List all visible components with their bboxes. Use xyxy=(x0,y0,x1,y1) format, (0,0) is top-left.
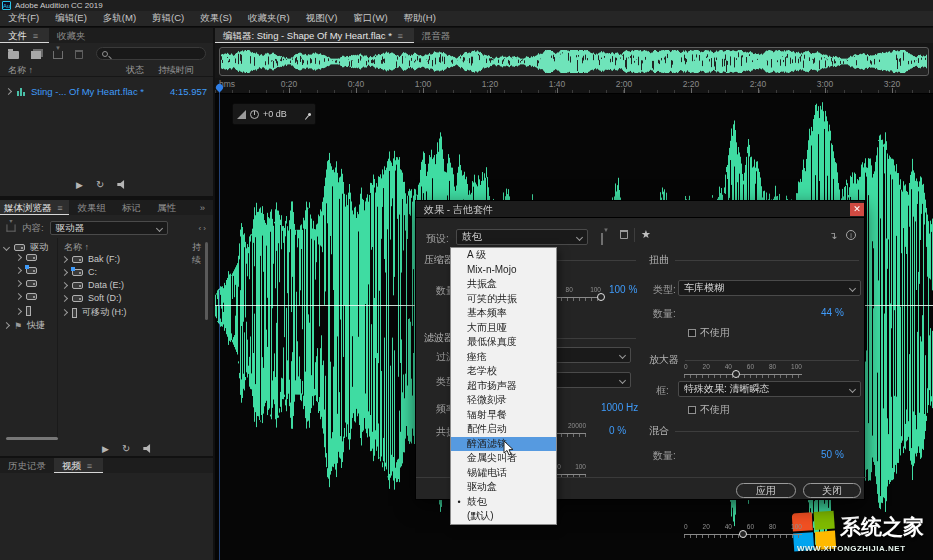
preset-option[interactable]: 锡罐电话 xyxy=(451,466,556,481)
panel-nav-icons[interactable]: ‹ › xyxy=(198,224,206,233)
favorite-icon[interactable]: ★ xyxy=(641,228,651,241)
preset-select[interactable]: 鼓包 xyxy=(456,229,588,245)
save-icon[interactable] xyxy=(53,51,63,59)
panel-menu-icon[interactable]: ≡ xyxy=(395,31,406,41)
content-select[interactable]: 驱动器 xyxy=(50,221,168,235)
preset-option[interactable]: 痤疮 xyxy=(451,350,556,365)
preset-option[interactable]: 超市扬声器 xyxy=(451,379,556,394)
tab-properties[interactable]: 属性 xyxy=(149,200,184,215)
delete-preset-icon[interactable] xyxy=(620,230,628,239)
preset-option[interactable]: (默认) xyxy=(451,509,556,524)
preset-option[interactable]: 大而且哑 xyxy=(451,321,556,336)
preset-option[interactable]: Mix-n-Mojo xyxy=(451,263,556,278)
tab-favorites[interactable]: 收藏夹 xyxy=(49,28,94,43)
panel-menu-icon[interactable]: ≡ xyxy=(30,31,41,41)
preset-option[interactable]: •鼓包 xyxy=(451,495,556,510)
preset-option[interactable]: 可笑的共振 xyxy=(451,292,556,307)
loop-icon[interactable]: ↻ xyxy=(96,179,104,190)
drive-row[interactable]: Data (E:) xyxy=(62,280,124,290)
menu-item[interactable]: 帮助(H) xyxy=(396,12,444,25)
drive-row[interactable]: 可移动 (H:) xyxy=(62,306,127,319)
preset-option[interactable]: 驱动盒 xyxy=(451,480,556,495)
preset-option[interactable]: 老学校 xyxy=(451,364,556,379)
tab-history[interactable]: 历史记录 xyxy=(0,458,54,473)
tab-media-browser[interactable]: 媒体浏览器 ≡ xyxy=(0,200,69,215)
menu-item[interactable]: 收藏夹(R) xyxy=(240,12,298,25)
slider-knob[interactable] xyxy=(732,370,740,378)
expand-arrow-icon[interactable] xyxy=(5,88,12,95)
panel-menu-icon[interactable]: ≡ xyxy=(84,461,95,471)
expand-arrow-icon[interactable] xyxy=(61,309,68,316)
preset-option[interactable]: 基本频率 xyxy=(451,306,556,321)
drive-row[interactable]: C: xyxy=(62,267,97,277)
play-icon[interactable]: ▶ xyxy=(102,444,109,454)
info-icon[interactable]: i xyxy=(846,230,856,240)
save-preset-icon[interactable] xyxy=(601,233,603,245)
col-duration[interactable]: 持续 xyxy=(192,241,201,267)
expand-arrow-icon[interactable] xyxy=(3,322,10,329)
expand-arrow-icon[interactable] xyxy=(15,280,22,287)
menu-item[interactable]: 剪辑(C) xyxy=(144,12,192,25)
preset-option[interactable]: 配件启动 xyxy=(451,422,556,437)
tab-editor[interactable]: 编辑器: Sting - Shape Of My Heart.flac * ≡ xyxy=(215,28,414,43)
speaker-icon[interactable] xyxy=(143,444,152,453)
expand-arrow-icon[interactable] xyxy=(15,293,22,300)
expand-arrow-icon[interactable] xyxy=(15,307,22,314)
menu-item[interactable]: 视图(V) xyxy=(298,12,346,25)
tree-shortcuts-row[interactable]: ⚑ 快捷 xyxy=(4,319,45,332)
amp-bypass-checkbox[interactable]: 不使用 xyxy=(688,403,730,417)
rack-icon[interactable]: ↴ xyxy=(829,230,837,241)
close-icon[interactable]: ✕ xyxy=(850,203,864,216)
more-tabs-icon[interactable]: » xyxy=(192,200,213,215)
menu-item[interactable]: 窗口(W) xyxy=(345,12,395,25)
import-file-icon[interactable] xyxy=(31,51,41,59)
drive-row[interactable]: Bak (F:) xyxy=(62,254,120,264)
preset-option[interactable]: A 级 xyxy=(451,248,556,263)
col-name[interactable]: 名称 ↑ xyxy=(64,242,89,252)
tree-item[interactable] xyxy=(16,254,37,261)
close-button[interactable]: 关闭 xyxy=(803,483,861,498)
expand-arrow-icon[interactable] xyxy=(15,267,22,274)
menu-item[interactable]: 效果(S) xyxy=(192,12,240,25)
preset-option[interactable]: 轻微刻录 xyxy=(451,393,556,408)
expand-arrow-icon[interactable] xyxy=(3,244,10,251)
slider-knob[interactable] xyxy=(739,530,747,538)
preset-option[interactable]: 共振盒 xyxy=(451,277,556,292)
col-status[interactable]: 状态 xyxy=(126,64,144,77)
gain-hud[interactable]: +0 dB xyxy=(232,103,316,125)
expand-arrow-icon[interactable] xyxy=(61,294,68,301)
preset-option[interactable]: 最低保真度 xyxy=(451,335,556,350)
play-icon[interactable]: ▶ xyxy=(76,180,83,190)
gain-value[interactable]: +0 dB xyxy=(263,109,287,119)
expand-arrow-icon[interactable] xyxy=(61,281,68,288)
timeline-ruler[interactable]: hms0:200:401:001:201:402:002:202:403:003… xyxy=(215,78,933,94)
preset-option[interactable]: 辐射早餐 xyxy=(451,408,556,423)
loop-icon[interactable]: ↻ xyxy=(122,443,130,454)
dist-bypass-checkbox[interactable]: 不使用 xyxy=(688,326,730,340)
open-folder-icon[interactable] xyxy=(8,51,19,59)
overview-strip[interactable] xyxy=(219,47,929,76)
tab-video[interactable]: 视频 ≡ xyxy=(54,458,103,473)
vertical-scrollbar[interactable] xyxy=(205,242,208,320)
fade-icon[interactable] xyxy=(237,110,246,119)
horizontal-scrollbar[interactable] xyxy=(6,437,58,440)
tab-markers[interactable]: 标记 xyxy=(114,200,149,215)
menu-item[interactable]: 多轨(M) xyxy=(95,12,144,25)
drive-row[interactable]: Soft (D:) xyxy=(62,293,122,303)
expand-arrow-icon[interactable] xyxy=(61,268,68,275)
file-row[interactable]: Sting -... Of My Heart.flac * 4:15.957 xyxy=(6,86,207,97)
expand-arrow-icon[interactable] xyxy=(61,255,68,262)
apply-button[interactable]: 应用 xyxy=(736,483,796,498)
tab-files[interactable]: 文件 ≡ xyxy=(0,28,49,43)
tab-mixer[interactable]: 混音器 xyxy=(414,28,459,43)
tree-item[interactable] xyxy=(16,306,31,316)
tab-effects-rack[interactable]: 效果组 xyxy=(69,200,114,215)
delete-icon[interactable] xyxy=(75,50,83,59)
dist-type-select[interactable]: 车库模糊 xyxy=(678,280,861,296)
col-duration[interactable]: 持续时间 xyxy=(158,64,194,77)
expand-arrow-icon[interactable] xyxy=(15,254,22,261)
dialog-title[interactable]: 效果 - 吉他套件 xyxy=(416,201,864,218)
tree-drives-row[interactable]: 驱动 xyxy=(4,241,48,254)
amp-box-select[interactable]: 特殊效果: 清晰瞬态 xyxy=(678,381,861,397)
pin-icon[interactable] xyxy=(307,112,311,116)
